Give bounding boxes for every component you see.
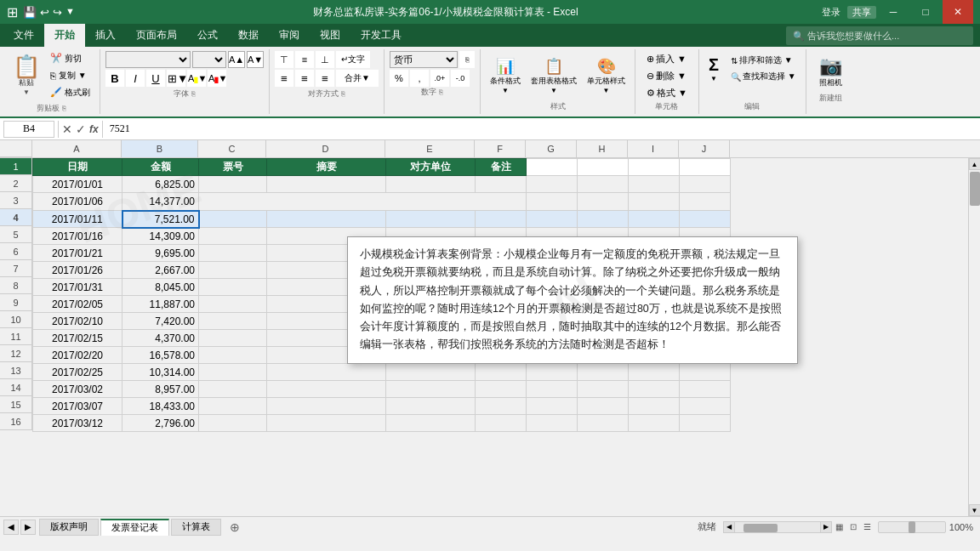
quick-redo[interactable]: ↪	[53, 6, 62, 19]
row-num-12[interactable]: 12	[0, 345, 32, 362]
col-header-f[interactable]: F	[475, 140, 526, 157]
cancel-icon[interactable]: ✕	[62, 122, 72, 136]
col-header-d[interactable]: D	[266, 140, 385, 157]
scroll-h-left[interactable]: ◀	[723, 521, 735, 533]
formula-input[interactable]	[106, 122, 977, 135]
align-bot-btn[interactable]: ⊥	[316, 51, 334, 68]
insert-cell-btn[interactable]: ⊕插入 ▼	[641, 51, 693, 67]
camera-btn[interactable]: 📷 照相机	[812, 51, 850, 93]
fill-color-btn[interactable]: A█▼	[187, 70, 206, 87]
quick-save[interactable]: 💾	[23, 6, 37, 19]
col-header-i[interactable]: I	[628, 140, 679, 157]
row-num-16[interactable]: 16	[0, 413, 32, 430]
quick-more[interactable]: ▼	[66, 6, 75, 19]
sheet-tab-invoice[interactable]: 发票登记表	[100, 519, 169, 536]
find-select-btn[interactable]: 🔍查找和选择 ▼	[726, 69, 801, 84]
scroll-up-btn[interactable]: ▲	[969, 158, 981, 170]
italic-btn[interactable]: I	[126, 70, 145, 87]
copy-btn[interactable]: ⎘复制 ▼	[46, 68, 94, 83]
row-num-2[interactable]: 2	[0, 175, 32, 192]
view-layout-btn[interactable]: ⊡	[846, 520, 860, 533]
row-num-15[interactable]: 15	[0, 396, 32, 413]
tab-home[interactable]: 开始	[44, 24, 85, 47]
popup-text-box[interactable]: 小规模税金计算表案例背景：小规模企业每月有一定额度的免税开票额，税法规定一旦超过…	[347, 236, 798, 364]
scroll-thumb[interactable]	[970, 172, 980, 206]
font-name-select[interactable]: 微软雅黑	[105, 51, 191, 68]
tab-view[interactable]: 视图	[310, 24, 350, 47]
cell-ref-input[interactable]	[3, 121, 54, 138]
row-num-7[interactable]: 7	[0, 260, 32, 277]
number-format-more[interactable]: ⎘	[459, 51, 475, 68]
row-num-11[interactable]: 11	[0, 328, 32, 345]
login-btn[interactable]: 登录	[817, 6, 846, 19]
col-header-c[interactable]: C	[198, 140, 266, 157]
col-header-j[interactable]: J	[679, 140, 730, 157]
close-btn[interactable]: ✕	[943, 0, 973, 24]
scroll-left-btn[interactable]: ◀	[3, 520, 19, 535]
scroll-h-bar[interactable]	[735, 521, 820, 533]
tab-formula[interactable]: 公式	[187, 24, 228, 47]
font-dec-btn[interactable]: A▼	[247, 51, 264, 68]
tab-data[interactable]: 数据	[228, 24, 269, 47]
font-size-select[interactable]: 11	[192, 51, 226, 68]
wrap-text-btn[interactable]: ↵文字	[336, 51, 370, 68]
align-left-btn[interactable]: ≡	[275, 70, 293, 87]
inc-decimal-btn[interactable]: .0+	[430, 70, 449, 87]
tab-review[interactable]: 审阅	[269, 24, 310, 47]
row-num-3[interactable]: 3	[0, 192, 32, 209]
comma-btn[interactable]: ,	[410, 70, 429, 87]
sort-filter-btn[interactable]: ⇅排序和筛选 ▼	[726, 53, 801, 68]
row-num-8[interactable]: 8	[0, 277, 32, 294]
fx-icon[interactable]: fx	[89, 123, 99, 135]
minimize-btn[interactable]: ─	[878, 0, 909, 24]
sheet-tab-calc[interactable]: 计算表	[171, 519, 221, 536]
format-painter-btn[interactable]: 🖌️格式刷	[46, 85, 94, 100]
number-format-select[interactable]: 货币	[390, 51, 458, 68]
col-header-h[interactable]: H	[577, 140, 628, 157]
table-format-btn[interactable]: 📋 套用表格格式 ▼	[527, 54, 581, 97]
dec-decimal-btn[interactable]: -.0	[451, 70, 470, 87]
merge-btn[interactable]: 合并▼	[336, 70, 379, 87]
view-page-btn[interactable]: ☰	[860, 520, 875, 533]
view-normal-btn[interactable]: ▦	[832, 520, 846, 533]
col-header-g[interactable]: G	[526, 140, 577, 157]
font-color-btn[interactable]: A█▼	[208, 70, 226, 87]
col-header-a[interactable]: A	[32, 140, 122, 157]
row-num-13[interactable]: 13	[0, 362, 32, 379]
row-num-9[interactable]: 9	[0, 294, 32, 311]
cell-style-btn[interactable]: 🎨 单元格样式 ▼	[583, 54, 630, 97]
maximize-btn[interactable]: □	[910, 0, 941, 24]
vertical-scrollbar[interactable]: ▲ ▼	[968, 158, 980, 516]
underline-btn[interactable]: U	[146, 70, 165, 87]
share-btn[interactable]: 共享	[847, 6, 876, 19]
tab-dev[interactable]: 开发工具	[350, 24, 412, 47]
align-top-btn[interactable]: ⊤	[275, 51, 293, 68]
cut-btn[interactable]: ✂️剪切	[46, 51, 94, 66]
paste-btn[interactable]: 📋 粘贴 ▼	[9, 53, 44, 99]
percent-btn[interactable]: %	[390, 70, 408, 87]
font-inc-btn[interactable]: A▲	[228, 51, 245, 68]
cond-format-btn[interactable]: 📊 条件格式 ▼	[486, 54, 525, 97]
align-mid-btn[interactable]: ≡	[295, 51, 314, 68]
row-num-6[interactable]: 6	[0, 243, 32, 260]
row-num-4[interactable]: 4	[0, 209, 32, 226]
align-right-btn[interactable]: ≡	[316, 70, 334, 87]
zoom-slider[interactable]	[878, 521, 946, 533]
format-cell-btn[interactable]: ⚙格式 ▼	[641, 85, 693, 101]
row-num-5[interactable]: 5	[0, 226, 32, 243]
quick-undo[interactable]: ↩	[40, 6, 49, 19]
col-header-b[interactable]: B	[122, 140, 198, 157]
scroll-down-btn[interactable]: ▼	[969, 504, 981, 516]
tab-file[interactable]: 文件	[3, 24, 44, 47]
tab-insert[interactable]: 插入	[85, 24, 126, 47]
add-sheet-btn[interactable]: ⊕	[223, 519, 247, 536]
sum-btn[interactable]: Σ ▼	[704, 53, 723, 85]
col-header-e[interactable]: E	[385, 140, 475, 157]
scroll-h-right[interactable]: ▶	[820, 521, 832, 533]
tab-layout[interactable]: 页面布局	[126, 24, 187, 47]
sheet-tab-copyright[interactable]: 版权声明	[39, 519, 99, 536]
align-center-btn[interactable]: ≡	[295, 70, 314, 87]
bold-btn[interactable]: B	[105, 70, 124, 87]
row-num-10[interactable]: 10	[0, 311, 32, 328]
delete-cell-btn[interactable]: ⊖删除 ▼	[641, 68, 693, 84]
